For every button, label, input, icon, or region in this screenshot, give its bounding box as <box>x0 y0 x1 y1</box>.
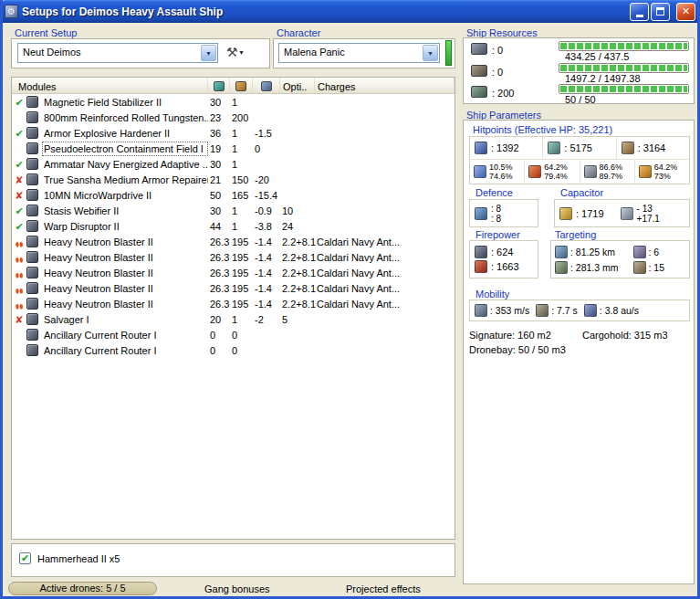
module-type-icon <box>26 267 38 278</box>
capacitor-column-header[interactable] <box>253 78 280 93</box>
module-powergrid-value: 200 <box>230 110 253 125</box>
modules-list: ✔ ✘ Magnetic Field Stabilizer II 30 1 ✔ … <box>12 94 454 358</box>
module-row[interactable]: ✔ ✘ Magnetic Field Stabilizer II 30 1 <box>12 94 454 110</box>
module-row[interactable]: ✔ ✘ Pseudoelectron Containment Field I 1… <box>12 141 454 156</box>
launcher-hardpoint-icon <box>471 65 487 77</box>
module-powergrid-value: 195 <box>230 281 253 296</box>
module-type-icon <box>26 111 38 123</box>
cpu-column-header[interactable] <box>208 78 230 93</box>
module-row[interactable]: ✔ ✘ Heavy Neutron Blaster II 26.3 195 -1… <box>12 296 454 311</box>
modules-panel: Modules Opti.. Charges ✔ ✘ Magnetic Fiel… <box>11 77 455 540</box>
module-row[interactable]: ✔ ✘ Armor Explosive Hardener II 36 1 -1.… <box>12 125 454 141</box>
module-name: Ancillary Current Router I <box>42 343 208 358</box>
drone-list-item[interactable]: ✔ Hammerhead II x5 <box>12 544 454 564</box>
eft-window: ⚙ Setups for Deimos Heavy Assault Ship ✕… <box>0 0 700 599</box>
active-check-icon: ✔ <box>15 205 23 216</box>
setup-select-value: Neut Deimos <box>18 44 200 62</box>
shield-icon <box>475 142 487 154</box>
minimize-button[interactable] <box>630 3 649 21</box>
capacitor-amount-icon <box>559 207 572 220</box>
module-cap-value: -3.8 <box>253 219 280 234</box>
close-icon: ✕ <box>682 5 690 17</box>
turret-hardpoint-icon <box>471 43 487 55</box>
active-check-icon: ✔ <box>15 128 23 139</box>
module-name: Ammatar Navy Energized Adaptive ... <box>42 157 208 172</box>
module-name: Armor Explosive Hardener II <box>42 126 208 141</box>
module-type-icon <box>26 236 38 247</box>
module-powergrid-value: 1 <box>230 126 253 141</box>
module-row[interactable]: ✔ ✘ True Sansha Medium Armor Repairer 21… <box>12 172 454 187</box>
setup-select[interactable]: Neut Deimos ▼ <box>17 43 218 63</box>
kinetic-resist-cell: 86.6% 89.7% <box>580 160 635 184</box>
chevron-down-icon[interactable]: ▼ <box>201 45 216 61</box>
structure-hp-value: : 3164 <box>638 142 666 153</box>
targeting-range-value: : 81.25 km <box>570 247 615 257</box>
drone-checkbox[interactable]: ✔ <box>19 552 31 564</box>
capacitor-delta-value: - 13 <box>637 204 660 214</box>
module-row[interactable]: ✔ ✘ Ammatar Navy Energized Adaptive ... … <box>12 156 454 172</box>
module-type-icon <box>26 220 38 232</box>
defence-label: Defence <box>475 187 513 198</box>
hitpoints-label: Hitpoints (Effective HP: 35,221) <box>473 124 612 135</box>
chevron-down-icon: ▾ <box>240 48 244 57</box>
module-optimal-value: 2.2+8.1 <box>280 266 315 280</box>
module-row[interactable]: ✔ ✘ Ancillary Current Router I 0 0 <box>12 327 454 342</box>
powergrid-column-header[interactable] <box>230 78 253 93</box>
module-row[interactable]: ✔ ✘ 10MN MicroWarpdrive II 50 165 -15.4 <box>12 187 454 203</box>
module-type-icon <box>26 205 38 216</box>
module-row[interactable]: ✔ ✘ Stasis Webifier II 30 1 -0.9 10 <box>12 203 454 218</box>
warp-speed-icon <box>584 304 597 317</box>
capacitor-recharge-value: +17.1 <box>637 214 660 224</box>
module-optimal-value: 24 <box>280 219 315 234</box>
mobility-box: : 353 m/s : 7.7 s : 3.8 au/s <box>469 300 690 321</box>
module-name: 800mm Reinforced Rolled Tungsten... <box>42 110 208 125</box>
module-name: Heavy Neutron Blaster II <box>42 235 208 249</box>
module-name: True Sansha Medium Armor Repairer <box>42 173 208 187</box>
module-cap-value: -1.4 <box>253 235 280 249</box>
module-row[interactable]: ✔ ✘ Heavy Neutron Blaster II 26.3 195 -1… <box>12 234 454 249</box>
module-powergrid-value: 1 <box>230 204 253 218</box>
capacitor-label: Capacitor <box>560 187 603 198</box>
modules-table-header[interactable]: Modules Opti.. Charges <box>12 78 454 94</box>
thermal-resist-icon <box>528 165 541 178</box>
em-resist-icon <box>474 165 486 178</box>
dronebay-bar <box>559 84 689 94</box>
module-name: Stasis Webifier II <box>42 204 208 218</box>
module-cpu-value: 23 <box>208 110 230 125</box>
optimal-column-header[interactable]: Opti.. <box>280 78 315 93</box>
character-select[interactable]: Malena Panic ▼ <box>278 43 440 63</box>
projected-effects-button[interactable]: Projected effects <box>346 583 421 594</box>
drone-name: Hammerhead II x5 <box>37 553 120 564</box>
module-name: Heavy Neutron Blaster II <box>42 250 208 265</box>
titlebar[interactable]: ⚙ Setups for Deimos Heavy Assault Ship ✕ <box>0 0 700 23</box>
module-row[interactable]: ✔ ✘ Ancillary Current Router I 0 0 <box>12 342 454 358</box>
maximize-button[interactable] <box>651 3 670 21</box>
defence-value-2: : 8 <box>491 214 501 224</box>
charges-column-header[interactable]: Charges <box>315 78 454 93</box>
explosive-resist-cell: 64.2% 73% <box>635 160 689 184</box>
module-row[interactable]: ✔ ✘ Heavy Neutron Blaster II 26.3 195 -1… <box>12 280 454 296</box>
module-row[interactable]: ✔ ✘ Warp Disruptor II 44 1 -3.8 24 <box>12 218 454 234</box>
module-cpu-value: 19 <box>208 142 230 156</box>
launcher-hardpoints-value: : 0 <box>492 67 503 78</box>
capacitor-amount-value: : 1719 <box>576 208 604 219</box>
powergrid-icon <box>235 81 246 91</box>
module-row[interactable]: ✔ ✘ Salvager I 20 1 -2 5 <box>12 311 454 327</box>
module-cpu-value: 30 <box>208 95 230 110</box>
defence-value-1: : 8 <box>491 204 501 214</box>
module-row[interactable]: ✔ ✘ Heavy Neutron Blaster II 26.3 195 -1… <box>12 265 454 280</box>
chevron-down-icon[interactable]: ▼ <box>423 45 438 61</box>
close-button[interactable]: ✕ <box>676 3 695 21</box>
module-row[interactable]: ✔ ✘ 800mm Reinforced Rolled Tungsten... … <box>12 110 454 125</box>
module-row[interactable]: ✔ ✘ Heavy Neutron Blaster II 26.3 195 -1… <box>12 249 454 265</box>
character-select-value: Malena Panic <box>279 44 422 62</box>
module-charges-value: Caldari Navy Ant... <box>315 250 454 265</box>
modules-column-header[interactable]: Modules <box>12 78 208 93</box>
sensor-strength-icon <box>633 261 646 274</box>
active-drones-tab[interactable]: Active drones: 5 / 5 <box>8 582 157 595</box>
ship-parameters-panel: Hitpoints (Effective HP: 35,221) : 1392 … <box>463 120 695 584</box>
warp-speed-value: : 3.8 au/s <box>600 305 639 316</box>
setup-tools-button[interactable]: ⚒ ▾ <box>226 46 244 58</box>
armor-icon <box>548 142 560 154</box>
gang-bonuses-button[interactable]: Gang bonuses <box>204 583 270 594</box>
